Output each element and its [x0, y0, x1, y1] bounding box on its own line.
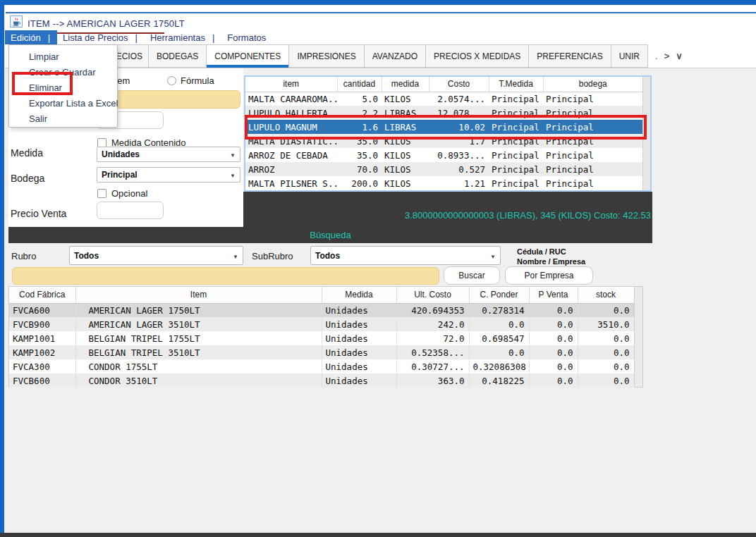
- cell: 0.527: [429, 162, 489, 176]
- column-header[interactable]: Medida: [322, 287, 396, 303]
- table-row[interactable]: FVCA600AMERICAN LAGER 1750LTUnidades420.…: [9, 303, 634, 317]
- rubro-label: Rubro: [11, 251, 36, 261]
- cell: Principal: [489, 176, 543, 190]
- cell: Principal: [543, 176, 642, 190]
- opcional-checkbox[interactable]: Opcional: [97, 188, 147, 199]
- column-header[interactable]: medida: [382, 77, 429, 92]
- por-empresa-button[interactable]: Por Empresa: [505, 266, 593, 285]
- cell: 0.0: [529, 374, 578, 388]
- results-table-scrollbar[interactable]: [634, 287, 642, 387]
- table-row[interactable]: FVCA300CONDOR 1755LTUnidades0.30727...0.…: [9, 359, 634, 374]
- table-row[interactable]: FVCB900AMERICAN LAGER 3510LTUnidades242.…: [9, 317, 634, 331]
- dropdown-arrow-icon: [230, 149, 236, 159]
- bodega-combo[interactable]: Principal: [97, 167, 240, 183]
- tab-scroll-right-icon[interactable]: >: [664, 51, 670, 61]
- cell: 0.0: [469, 345, 529, 359]
- cedula-line2: Nombre / Empresa: [517, 257, 585, 266]
- cell: 0.0: [578, 331, 634, 345]
- column-header[interactable]: P Venta: [529, 287, 578, 303]
- checkbox-box: [97, 189, 106, 198]
- cell: ARROZ: [245, 162, 337, 176]
- cell: Principal: [489, 92, 543, 106]
- cell: 0.32086308: [469, 359, 529, 374]
- busqueda-header: Búsqueda: [8, 227, 652, 243]
- cell: Principal: [489, 162, 543, 176]
- column-header[interactable]: Item: [75, 287, 322, 303]
- menu-item-exportar-lista-a-excel[interactable]: Exportar Lista a Excel: [9, 96, 117, 111]
- table-row[interactable]: FVCB600CONDOR 3510LTUnidades363.00.41822…: [9, 374, 634, 388]
- cell: 200.0: [337, 176, 382, 190]
- results-table: Cod FábricaItemMedidaUlt. CostoC. Ponder…: [9, 287, 635, 388]
- menu-edición[interactable]: Edición: [5, 30, 48, 44]
- menu-item-salir[interactable]: Salir: [9, 111, 117, 127]
- rubro-combo[interactable]: Todos: [69, 246, 243, 265]
- cell: KILOS: [382, 92, 429, 106]
- cell: Unidades: [322, 345, 396, 359]
- subrubro-combo[interactable]: Todos: [310, 246, 501, 265]
- column-header[interactable]: stock: [578, 287, 634, 303]
- column-header[interactable]: C. Ponder: [469, 287, 529, 303]
- cell: FVCB600: [9, 374, 75, 388]
- tab-bodegas[interactable]: BODEGAS: [149, 44, 207, 68]
- column-header[interactable]: T.Medida: [489, 77, 543, 92]
- menu-formatos[interactable]: Formatos: [221, 30, 273, 44]
- cell: 0.698547: [469, 331, 529, 345]
- window-bottom-border: [0, 533, 756, 537]
- menubar: Edición|Lista de Precios|Herramientas|Fo…: [5, 30, 273, 44]
- column-header[interactable]: Ult. Costo: [396, 287, 469, 303]
- menu-separator: |: [212, 30, 221, 44]
- totals-text: 3.8000000000000003 (LIBRAS), 345 (KILOS)…: [405, 210, 652, 227]
- tab-avanzado[interactable]: AVANZADO: [365, 44, 426, 68]
- internal-frame-border: [6, 12, 756, 13]
- menu-herramientas[interactable]: Herramientas: [145, 30, 212, 44]
- cell: FVCB900: [9, 317, 75, 331]
- cell: Unidades: [322, 331, 396, 345]
- cell: 0.418225: [469, 374, 529, 388]
- table-row[interactable]: ARROZ70.0KILOS0.527PrincipalPrincipal: [245, 162, 642, 176]
- app-window: ITEM --> AMERICAN LAGER 1750LT Edición|L…: [0, 0, 756, 537]
- tab-precios-x-medidas[interactable]: PRECIOS X MEDIDAS: [426, 44, 529, 68]
- column-header[interactable]: Costo: [429, 77, 489, 92]
- column-header[interactable]: item: [245, 77, 337, 92]
- tab-impresiones[interactable]: IMPRESIONES: [289, 44, 364, 68]
- tab-componentes[interactable]: COMPONENTES: [207, 44, 289, 68]
- dropdown-arrow-icon: [490, 251, 496, 261]
- table-row[interactable]: MALTA CARAAROMA...5.0KILOS2.0574...Princ…: [245, 92, 642, 106]
- cell: Principal: [543, 162, 642, 176]
- cell: AMERICAN LAGER 1750LT: [75, 303, 322, 317]
- cell: 70.0: [337, 162, 382, 176]
- table-row[interactable]: ARROZ DE CEBADA35.0KILOS0.8933...Princip…: [245, 148, 642, 162]
- buscar-button[interactable]: Buscar: [444, 266, 500, 285]
- cell: KILOS: [382, 148, 429, 162]
- precio-venta-input[interactable]: [97, 202, 164, 219]
- table-row[interactable]: MALTA PILSNER S...200.0KILOS1.21Principa…: [245, 176, 642, 190]
- cell: Unidades: [322, 359, 396, 374]
- cell: 0.30727...: [396, 359, 469, 374]
- cell: FVCA600: [9, 303, 75, 317]
- window-left-border: [0, 5, 4, 533]
- column-header[interactable]: cantidad: [337, 77, 382, 92]
- cell: 0.0: [529, 345, 578, 359]
- table-row[interactable]: KAMP1002BELGIAN TRIPEL 3510LTUnidades0.5…: [9, 345, 634, 359]
- dropdown-arrow-icon: [233, 251, 238, 261]
- selected-row-annotation-box: [245, 115, 647, 140]
- medida-combo-value: Unidades: [102, 149, 230, 159]
- menu-item-limpiar[interactable]: Limpiar: [9, 49, 117, 65]
- column-header[interactable]: bodega: [543, 77, 642, 92]
- column-header[interactable]: Cod Fábrica: [9, 287, 75, 303]
- tab-list-chevron-down-icon[interactable]: ∨: [676, 51, 683, 61]
- tab-unir[interactable]: UNIR: [611, 44, 648, 68]
- table-row[interactable]: KAMP1001BELGIAN TRIPEL 1755LTUnidades72.…: [9, 331, 634, 345]
- tab-overflow-dot: .: [655, 51, 658, 61]
- medida-combo[interactable]: Unidades: [97, 147, 240, 162]
- cell: KAMP1002: [9, 345, 75, 359]
- radio-formula[interactable]: Fórmula: [167, 75, 214, 86]
- dropdown-arrow-icon: [230, 170, 236, 180]
- search-input[interactable]: [12, 267, 439, 285]
- menu-lista-de-precios[interactable]: Lista de Precios: [57, 30, 135, 44]
- cell: 0.0: [529, 317, 578, 331]
- cell: 0.0: [529, 303, 578, 317]
- totals-panel: 3.8000000000000003 (LIBRAS), 345 (KILOS)…: [243, 192, 652, 227]
- cell: 1.21: [429, 176, 489, 190]
- tab-preferencias[interactable]: PREFERENCIAS: [529, 44, 611, 68]
